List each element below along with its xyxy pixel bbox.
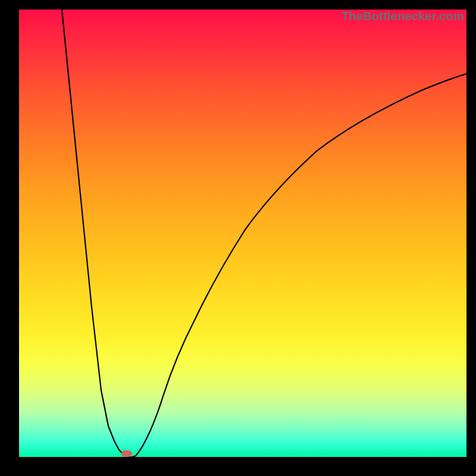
bottleneck-curve [19,10,466,457]
watermark-text: TheBottlenecker.com [342,10,464,23]
chart-frame: TheBottlenecker.com [0,0,476,476]
optimum-marker [121,450,132,457]
curve-path [62,10,466,457]
plot-area: TheBottlenecker.com [19,10,466,457]
